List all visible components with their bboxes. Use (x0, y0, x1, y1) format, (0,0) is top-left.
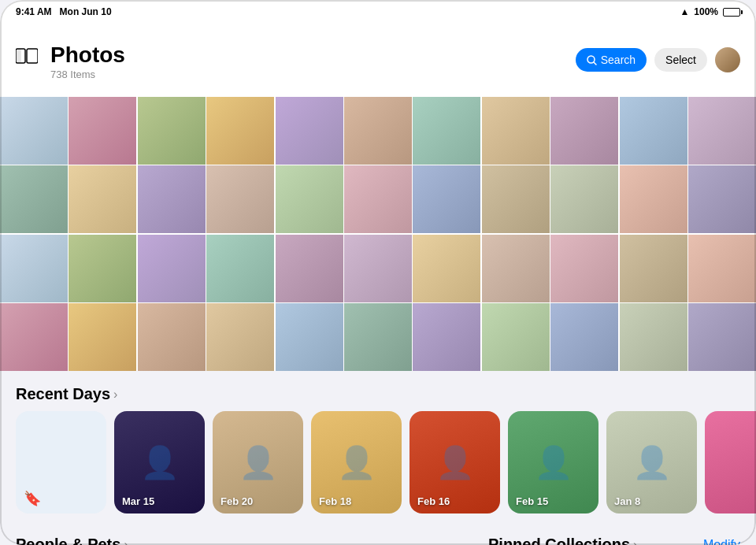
search-icon (587, 55, 597, 65)
search-label: Search (601, 54, 636, 66)
wifi-icon: ▲ (680, 6, 689, 17)
recent-days-title-group[interactable]: Recent Days › (16, 385, 117, 403)
header-left: Photos 738 Items (16, 43, 125, 80)
day-label: Feb 15 (516, 495, 548, 507)
photo-cell[interactable] (69, 235, 136, 302)
svg-rect-2 (16, 49, 21, 63)
photo-cell[interactable] (276, 165, 343, 233)
avatar[interactable] (715, 47, 740, 72)
main-scroll[interactable]: 9:41 AM Mon Jun 10 ▲ 100% Photos (0, 0, 756, 545)
photo-cell[interactable] (344, 97, 412, 165)
photo-cell[interactable] (482, 303, 550, 371)
app-header: Photos 738 Items Search Select (0, 19, 756, 85)
bottom-sections: People & Pets › 👤👤♥Collins👤Doe👤Tatu... P… (0, 521, 756, 545)
photo-cell[interactable] (138, 165, 206, 233)
day-label: Feb 16 (417, 495, 450, 507)
day-label: Mar 15 (122, 495, 154, 507)
recent-days-header: Recent Days › (0, 371, 756, 411)
pinned-title: Pinned Collections (488, 536, 630, 545)
photo-cell[interactable] (688, 97, 756, 165)
select-button[interactable]: Select (654, 48, 707, 72)
photo-cell[interactable] (413, 165, 480, 233)
photo-cell[interactable] (344, 235, 412, 302)
status-icons: ▲ 100% (680, 6, 740, 17)
photo-grid-section: 9:41 AM Mon Jun 10 ▲ 100% Photos (0, 0, 756, 371)
photo-cell[interactable] (206, 303, 274, 371)
recent-day-card-mar15[interactable]: 👤 Mar 15 (114, 411, 205, 513)
photo-cell[interactable] (620, 165, 687, 233)
photo-cell[interactable] (620, 97, 687, 165)
people-title-group[interactable]: People & Pets › (16, 536, 128, 545)
photo-cell[interactable] (620, 235, 687, 302)
day-label: Feb 20 (220, 495, 253, 507)
photo-cell[interactable] (550, 165, 618, 233)
pinned-chevron: › (633, 538, 637, 545)
photo-cell[interactable] (550, 235, 618, 302)
collections-area: Recent Days › 🔖 👤 Mar 15 👤 Feb 20 👤 (0, 371, 756, 545)
photo-cell[interactable] (413, 97, 480, 165)
photo-cell[interactable] (138, 97, 206, 165)
photo-cell[interactable] (482, 165, 550, 233)
status-time: 9:41 AM (16, 6, 52, 17)
recent-day-card-jan8[interactable]: 👤 Jan 8 (606, 411, 697, 513)
status-time-date: 9:41 AM Mon Jun 10 (16, 6, 112, 17)
photo-cell[interactable] (138, 303, 206, 371)
recent-day-card-bookmarked[interactable]: 🔖 (16, 411, 106, 513)
recent-day-card-feb20[interactable]: 👤 Feb 20 (213, 411, 303, 513)
recent-day-card-feb16[interactable]: 👤 Feb 16 (410, 411, 500, 513)
people-header: People & Pets › (0, 521, 465, 545)
modify-button[interactable]: Modify (703, 538, 740, 545)
photo-cell[interactable] (69, 165, 136, 233)
status-date: Mon Jun 10 (60, 6, 112, 17)
svg-line-4 (594, 62, 596, 65)
pinned-title-group[interactable]: Pinned Collections › (488, 536, 637, 545)
photo-cell[interactable] (344, 165, 412, 233)
battery-icon (723, 8, 740, 17)
svg-rect-1 (27, 49, 38, 63)
photo-cell[interactable] (482, 97, 550, 165)
recent-days-section: Recent Days › 🔖 👤 Mar 15 👤 Feb 20 👤 (0, 371, 756, 521)
page-title: Photos (50, 43, 125, 68)
photo-cell[interactable] (482, 235, 550, 302)
recent-day-card-feb15[interactable]: 👤 Feb 15 (508, 411, 598, 513)
search-button[interactable]: Search (576, 48, 647, 72)
bookmark-icon: 🔖 (24, 490, 41, 507)
photo-cell[interactable] (138, 235, 206, 302)
status-bar: 9:41 AM Mon Jun 10 ▲ 100% (0, 0, 756, 20)
photo-cell[interactable] (0, 165, 68, 233)
photo-cell[interactable] (69, 97, 136, 165)
photo-cell[interactable] (550, 97, 618, 165)
battery-label: 100% (694, 6, 718, 17)
photo-cell[interactable] (206, 97, 274, 165)
item-count: 738 Items (50, 69, 125, 80)
photo-cell[interactable] (206, 165, 274, 233)
photo-cell[interactable] (69, 303, 136, 371)
photo-cell[interactable] (413, 303, 480, 371)
pinned-section: Pinned Collections › Modify ♥ Favorites … (472, 521, 756, 545)
recent-day-card-feb18[interactable]: 👤 Feb 18 (311, 411, 402, 513)
photo-cell[interactable] (688, 303, 756, 371)
photo-cell[interactable] (688, 165, 756, 233)
photo-cell[interactable] (413, 235, 480, 302)
recent-days-title: Recent Days (16, 385, 110, 403)
photo-cell[interactable] (0, 97, 68, 165)
photo-cell[interactable] (206, 235, 274, 302)
photo-cell[interactable] (550, 303, 618, 371)
photo-cell[interactable] (0, 303, 68, 371)
photo-cell[interactable] (344, 303, 412, 371)
photo-cell[interactable] (620, 303, 687, 371)
photo-cell[interactable] (276, 235, 343, 302)
recent-day-card-extra[interactable] (705, 411, 756, 513)
photo-cell[interactable] (276, 303, 343, 371)
day-label: Feb 18 (319, 495, 351, 507)
sidebar-toggle-icon[interactable] (16, 47, 38, 65)
people-section: People & Pets › 👤👤♥Collins👤Doe👤Tatu... (0, 521, 472, 545)
photo-cell[interactable] (0, 235, 68, 302)
recent-days-scroll[interactable]: 🔖 👤 Mar 15 👤 Feb 20 👤 Feb 18 👤 (0, 411, 756, 521)
photo-cell[interactable] (688, 235, 756, 302)
day-label: Jan 8 (614, 495, 640, 507)
pinned-header: Pinned Collections › Modify (472, 521, 756, 545)
people-chevron: › (124, 538, 128, 545)
header-actions: Search Select (576, 47, 740, 72)
photo-cell[interactable] (276, 97, 343, 165)
